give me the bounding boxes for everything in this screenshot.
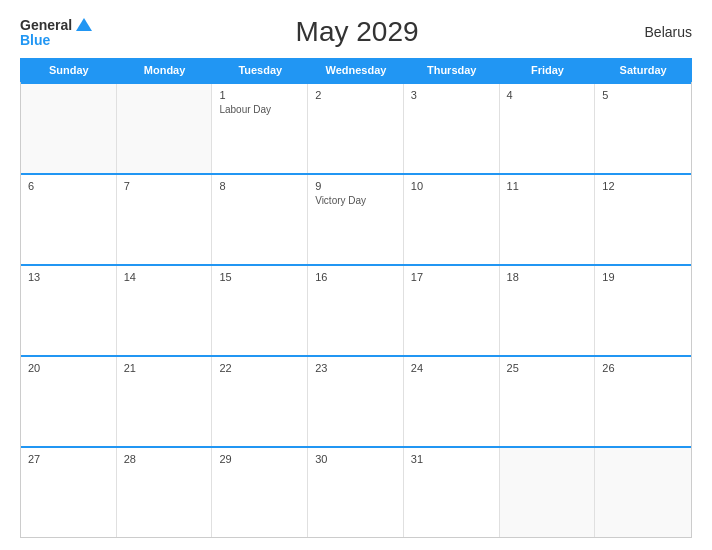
day-number: 13 [28,271,109,283]
calendar: SundayMondayTuesdayWednesdayThursdayFrid… [20,58,692,538]
day-number: 16 [315,271,396,283]
day-number: 15 [219,271,300,283]
day-number: 18 [507,271,588,283]
day-number: 31 [411,453,492,465]
day-number: 6 [28,180,109,192]
day-cell: 10 [404,175,500,264]
day-number: 17 [411,271,492,283]
day-cell: 16 [308,266,404,355]
day-cell: 13 [21,266,117,355]
day-number: 7 [124,180,205,192]
day-cell [595,448,691,537]
day-number: 12 [602,180,684,192]
day-number: 2 [315,89,396,101]
day-cell: 29 [212,448,308,537]
day-cell: 23 [308,357,404,446]
day-cell: 26 [595,357,691,446]
day-number: 9 [315,180,396,192]
day-headers-row: SundayMondayTuesdayWednesdayThursdayFrid… [20,58,692,82]
day-cell: 21 [117,357,213,446]
day-cell: 27 [21,448,117,537]
day-cell: 11 [500,175,596,264]
logo: General Blue [20,18,92,47]
day-number: 25 [507,362,588,374]
logo-general-text: General [20,18,72,32]
calendar-page: General Blue May 2029 Belarus SundayMond… [0,0,712,550]
day-cell [500,448,596,537]
day-cell: 30 [308,448,404,537]
day-number: 14 [124,271,205,283]
logo-row: General [20,18,92,33]
day-cell: 9Victory Day [308,175,404,264]
week-row-5: 2728293031 [21,446,691,537]
day-event: Victory Day [315,194,396,207]
day-cell: 20 [21,357,117,446]
day-cell: 19 [595,266,691,355]
week-row-1: 1Labour Day2345 [21,82,691,173]
day-number: 19 [602,271,684,283]
day-number: 10 [411,180,492,192]
week-row-4: 20212223242526 [21,355,691,446]
day-cell: 1Labour Day [212,84,308,173]
day-header-saturday: Saturday [595,59,691,81]
day-number: 11 [507,180,588,192]
day-number: 8 [219,180,300,192]
day-cell: 8 [212,175,308,264]
day-cell: 22 [212,357,308,446]
day-cell: 7 [117,175,213,264]
day-header-monday: Monday [117,59,213,81]
day-number: 23 [315,362,396,374]
day-number: 5 [602,89,684,101]
day-cell: 6 [21,175,117,264]
country-label: Belarus [622,24,692,40]
day-number: 24 [411,362,492,374]
day-cell: 3 [404,84,500,173]
logo-blue-text: Blue [20,33,50,47]
day-header-friday: Friday [500,59,596,81]
week-row-3: 13141516171819 [21,264,691,355]
day-cell: 14 [117,266,213,355]
day-header-wednesday: Wednesday [308,59,404,81]
day-number: 21 [124,362,205,374]
logo-block: General Blue [20,18,92,47]
day-number: 28 [124,453,205,465]
day-cell: 28 [117,448,213,537]
day-number: 26 [602,362,684,374]
day-cell [21,84,117,173]
day-number: 30 [315,453,396,465]
day-header-sunday: Sunday [21,59,117,81]
day-cell: 24 [404,357,500,446]
day-number: 20 [28,362,109,374]
calendar-title: May 2029 [92,16,622,48]
day-number: 4 [507,89,588,101]
day-cell: 12 [595,175,691,264]
day-event: Labour Day [219,103,300,116]
page-header: General Blue May 2029 Belarus [20,16,692,48]
weeks-container: 1Labour Day23456789Victory Day1011121314… [20,82,692,538]
day-header-tuesday: Tuesday [212,59,308,81]
week-row-2: 6789Victory Day101112 [21,173,691,264]
day-number: 3 [411,89,492,101]
day-cell: 25 [500,357,596,446]
day-number: 29 [219,453,300,465]
day-cell: 15 [212,266,308,355]
day-cell: 18 [500,266,596,355]
day-cell: 4 [500,84,596,173]
day-cell [117,84,213,173]
day-cell: 31 [404,448,500,537]
day-number: 27 [28,453,109,465]
day-cell: 17 [404,266,500,355]
day-cell: 5 [595,84,691,173]
logo-triangle-icon [76,18,92,31]
day-cell: 2 [308,84,404,173]
day-header-thursday: Thursday [404,59,500,81]
day-number: 1 [219,89,300,101]
day-number: 22 [219,362,300,374]
